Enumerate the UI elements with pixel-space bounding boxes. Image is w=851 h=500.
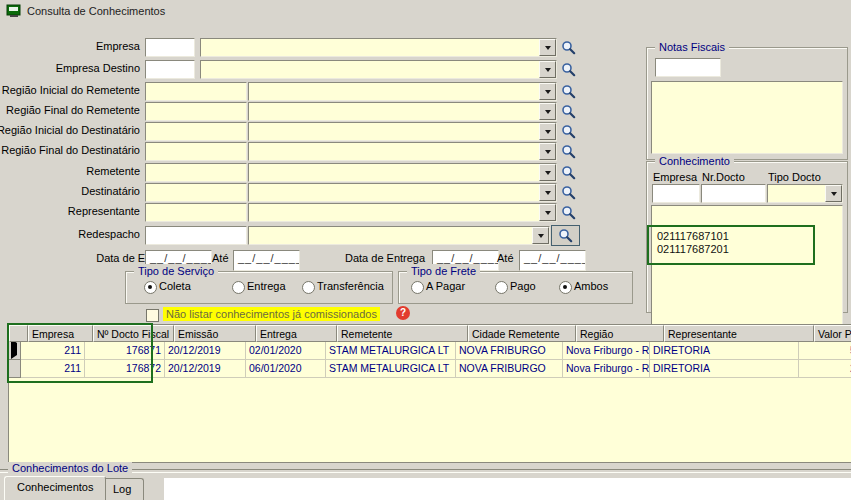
- regiao-inicial-remetente-search-button[interactable]: [557, 82, 579, 101]
- notas-fiscais-title: Notas Fiscais: [655, 40, 729, 54]
- cell-remetente[interactable]: STAM METALURGICA LT: [326, 360, 456, 378]
- representante-search-button[interactable]: [557, 203, 579, 222]
- conhecimento-list[interactable]: 021117687101 021117687201: [651, 205, 843, 333]
- regiao-final-destinatario-code-input[interactable]: [145, 142, 247, 161]
- tab-conhecimentos[interactable]: Conhecimentos: [4, 476, 106, 500]
- col-emissao[interactable]: Emissão: [174, 325, 256, 342]
- cell-regiao[interactable]: Nova Friburgo - RJ: [563, 342, 650, 360]
- radio-a-pagar[interactable]: [411, 281, 424, 294]
- regiao-final-destinatario-search-button[interactable]: [557, 142, 579, 161]
- col-cidade-remetente[interactable]: Cidade Remetente: [468, 325, 576, 342]
- destinatario-search-button[interactable]: [557, 183, 579, 202]
- radio-entrega[interactable]: [232, 281, 245, 294]
- remetente-combo[interactable]: [248, 163, 557, 182]
- redespacho-code-input[interactable]: [145, 226, 247, 245]
- col-representante[interactable]: Representante: [664, 325, 814, 342]
- regiao-inicial-remetente-code-input[interactable]: [145, 82, 247, 101]
- chevron-down-icon[interactable]: [539, 184, 556, 201]
- cell-regiao[interactable]: Nova Friburgo - RJ: [563, 360, 650, 378]
- data-emissao-ate-input[interactable]: __/__/____: [233, 250, 300, 271]
- cell-remetente[interactable]: STAM METALURGICA LT: [326, 342, 456, 360]
- empresa-destino-search-button[interactable]: [557, 60, 579, 79]
- empresa-code-input[interactable]: [145, 38, 195, 57]
- radio-coleta[interactable]: [144, 281, 157, 294]
- help-icon[interactable]: [396, 306, 410, 320]
- remetente-search-button[interactable]: [557, 163, 579, 182]
- cell-emissao[interactable]: 20/12/2019: [165, 342, 246, 360]
- col-empresa[interactable]: Empresa: [28, 325, 93, 342]
- conhecimento-nrdocto-input[interactable]: [701, 184, 766, 203]
- col-regiao[interactable]: Região: [576, 325, 664, 342]
- empresa-destino-combo[interactable]: [200, 60, 557, 79]
- cell-docto-fiscal[interactable]: 176872: [85, 360, 165, 378]
- date-filter-row: Data de Emissão __/__/____ Até __/__/___…: [0, 250, 640, 269]
- search-icon: [561, 40, 576, 55]
- chevron-down-icon[interactable]: [532, 227, 549, 244]
- chevron-down-icon[interactable]: [539, 164, 556, 181]
- radio-pago[interactable]: [495, 281, 508, 294]
- regiao-final-remetente-combo[interactable]: [248, 102, 557, 121]
- cell-valor-prestacao[interactable]: 529,13: [799, 342, 851, 360]
- grid-header-row: Empresa Nº Docto Fiscal Emissão Entrega …: [9, 325, 851, 342]
- empresa-destino-label: Empresa Destino: [56, 62, 140, 74]
- representante-code-input[interactable]: [145, 203, 247, 222]
- chevron-down-icon[interactable]: [825, 185, 842, 202]
- cell-entrega[interactable]: 02/01/2020: [246, 342, 326, 360]
- cell-empresa[interactable]: 211: [21, 342, 85, 360]
- radio-coleta-label: Coleta: [159, 280, 191, 292]
- grid-selector-header: [9, 325, 28, 342]
- cell-valor-prestacao[interactable]: 230,00: [799, 360, 851, 378]
- empresa-destino-code-input[interactable]: [145, 60, 195, 79]
- table-row[interactable]: 211 176871 20/12/2019 02/01/2020 STAM ME…: [9, 342, 851, 360]
- tipo-frete-group: Tipo de Frete A Pagar Pago Ambos: [398, 271, 633, 304]
- conhecimento-item[interactable]: 021117687101: [652, 230, 842, 243]
- regiao-inicial-remetente-combo[interactable]: [248, 82, 557, 101]
- regiao-final-destinatario-combo[interactable]: [248, 142, 557, 161]
- tab-log[interactable]: Log: [100, 478, 144, 500]
- destinatario-combo[interactable]: [248, 183, 557, 202]
- radio-transferencia[interactable]: [302, 281, 315, 294]
- conhecimento-empresa-input[interactable]: [652, 184, 700, 203]
- cell-cidade-remetente[interactable]: NOVA FRIBURGO: [456, 360, 563, 378]
- form-row-regiao-inicial-remetente: Região Inicial do Remetente: [0, 82, 600, 101]
- nao-listar-comissionados-checkbox[interactable]: [146, 309, 159, 322]
- cell-emissao[interactable]: 20/12/2019: [165, 360, 246, 378]
- form-row-empresa: Empresa: [0, 38, 600, 57]
- chevron-down-icon[interactable]: [539, 143, 556, 160]
- nota-fiscal-input[interactable]: [655, 58, 721, 77]
- tipo-docto-combo[interactable]: [767, 184, 843, 203]
- data-entrega-ate-input[interactable]: __/__/____: [519, 250, 586, 271]
- representante-combo[interactable]: [248, 203, 557, 222]
- col-remetente[interactable]: Remetente: [337, 325, 468, 342]
- redespacho-search-button[interactable]: [551, 225, 580, 246]
- col-docto-fiscal[interactable]: Nº Docto Fiscal: [93, 325, 174, 342]
- radio-ambos[interactable]: [559, 281, 572, 294]
- table-row[interactable]: 211 176872 20/12/2019 06/01/2020 STAM ME…: [9, 360, 851, 378]
- empresa-combo[interactable]: [200, 38, 557, 57]
- redespacho-combo[interactable]: [248, 226, 550, 245]
- chevron-down-icon[interactable]: [539, 103, 556, 120]
- cell-representante[interactable]: DIRETORIA: [650, 342, 799, 360]
- chevron-down-icon[interactable]: [539, 61, 556, 78]
- empresa-search-button[interactable]: [557, 38, 579, 57]
- col-valor-prestacao[interactable]: Valor Prestação: [814, 325, 851, 342]
- chevron-down-icon[interactable]: [539, 204, 556, 221]
- regiao-inicial-destinatario-combo[interactable]: [248, 122, 557, 141]
- cell-representante[interactable]: DIRETORIA: [650, 360, 799, 378]
- destinatario-code-input[interactable]: [145, 183, 247, 202]
- regiao-final-remetente-code-input[interactable]: [145, 102, 247, 121]
- conhecimento-item[interactable]: 021117687201: [652, 243, 842, 256]
- cell-entrega[interactable]: 06/01/2020: [246, 360, 326, 378]
- chevron-down-icon[interactable]: [539, 39, 556, 56]
- regiao-inicial-destinatario-code-input[interactable]: [145, 122, 247, 141]
- regiao-final-remetente-search-button[interactable]: [557, 102, 579, 121]
- notas-fiscais-list[interactable]: [651, 81, 843, 154]
- col-entrega[interactable]: Entrega: [256, 325, 337, 342]
- cell-empresa[interactable]: 211: [21, 360, 85, 378]
- regiao-inicial-destinatario-search-button[interactable]: [557, 122, 579, 141]
- remetente-code-input[interactable]: [145, 163, 247, 182]
- cell-cidade-remetente[interactable]: NOVA FRIBURGO: [456, 342, 563, 360]
- chevron-down-icon[interactable]: [539, 83, 556, 100]
- chevron-down-icon[interactable]: [539, 123, 556, 140]
- cell-docto-fiscal[interactable]: 176871: [85, 342, 165, 360]
